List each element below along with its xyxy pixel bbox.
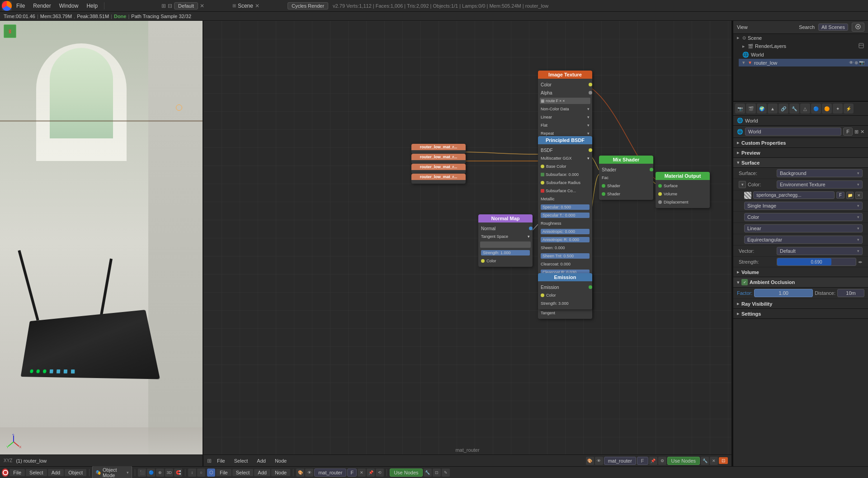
ne-extra-btn[interactable]: ✎ (442, 469, 450, 477)
cursor-icon[interactable]: ⊕ (854, 60, 858, 65)
menu-file[interactable]: File (13, 2, 28, 10)
tree-item-scene[interactable]: ▸ ⊙ Scene (733, 34, 868, 42)
factor-input[interactable]: 1.00 (754, 289, 813, 297)
viewport[interactable]: 🚪 XYZ (1) router_low X Y Z (0, 21, 203, 466)
view-btn[interactable]: View (737, 24, 748, 30)
material-output-node[interactable]: Material Output Surface Volume Displacem… (656, 172, 710, 208)
node-screen-btn[interactable]: ⊡ (719, 457, 728, 464)
strength-expand-btn[interactable]: ◂▸ (858, 260, 863, 264)
ne-render-icon[interactable]: 🎨 (296, 469, 304, 477)
texture-remove-btn[interactable]: ✕ (855, 192, 863, 199)
emission-node[interactable]: Emission Emission Color Strength: 3.000 (538, 273, 592, 309)
section-surface[interactable]: ▾ Surface (733, 158, 868, 168)
use-nodes-btn[interactable]: Use Nodes (667, 457, 700, 465)
prop-object-btn[interactable]: ▲ (768, 104, 778, 114)
object-mode-select[interactable]: 🎭 Object Mode ▾ (92, 466, 132, 478)
bottom-object-btn[interactable]: Object (65, 469, 86, 476)
surface-dropdown[interactable]: Background ▾ (777, 169, 863, 177)
input-node-2[interactable]: router_low_mat_r... (411, 154, 466, 164)
transform-btn[interactable]: ↕ (188, 469, 196, 477)
node-editor[interactable]: router_low_mat_r... router_low_mat_r... … (203, 21, 732, 466)
ne-fullscreen-btn[interactable]: ⊡ (433, 469, 441, 477)
node-render-icon[interactable]: 🎨 (586, 457, 594, 465)
node-bottom-node[interactable]: Node (271, 457, 290, 464)
tree-item-world[interactable]: 🌐 World (739, 51, 868, 59)
search-btn[interactable]: Search (799, 24, 815, 30)
colorspace-dropdown[interactable]: Color ▾ (744, 213, 863, 221)
distance-input[interactable]: 10m (837, 289, 864, 297)
input-node-3[interactable]: router_low_mat_r... (411, 164, 466, 174)
color-dropdown[interactable]: Environment Texture ▾ (777, 180, 863, 189)
node-view-icon[interactable]: 👁 (595, 457, 603, 465)
menu-render[interactable]: Render (29, 2, 54, 10)
world-close-btn[interactable]: ✕ (860, 129, 864, 135)
visibility-icon[interactable]: 👁 (849, 60, 854, 65)
node-bottom-file[interactable]: File (213, 457, 229, 464)
ne-node-btn[interactable]: Node (271, 469, 290, 476)
section-custom-props[interactable]: ▸ Custom Properties (733, 138, 868, 148)
ne-file-btn[interactable]: File (216, 469, 231, 476)
layout-badge[interactable]: Default (174, 2, 198, 9)
prop-data-btn[interactable]: △ (800, 104, 810, 114)
prop-world-btn[interactable]: 🌍 (757, 104, 767, 114)
section-ray-visibility[interactable]: ▸ Ray Visibility (733, 299, 868, 309)
node-settings-icon[interactable]: ⚙ (658, 457, 666, 465)
render-engine[interactable]: Cycles Render (288, 2, 328, 9)
section-ao[interactable]: ▾ ✓ Ambient Occlusion (733, 277, 868, 288)
section-volume[interactable]: ▸ Volume (733, 267, 868, 277)
image-type-dropdown[interactable]: Single Image ▾ (744, 202, 863, 210)
ne-cross-btn[interactable]: ✕ (358, 469, 366, 477)
node-bottom-select[interactable]: Select (231, 457, 252, 464)
menu-help[interactable]: Help (83, 2, 101, 10)
ao-checkbox[interactable]: ✓ (741, 279, 748, 285)
proportional-btn[interactable]: ○ (197, 469, 205, 477)
input-node-4[interactable]: router_low_mat_r... (411, 174, 466, 184)
view-mode-2-btn[interactable]: 🔵 (147, 469, 155, 477)
input-node-1[interactable]: router_low_mat_r... (411, 144, 466, 154)
ne-arrow-btn[interactable]: ⟲ (376, 469, 384, 477)
bottom-file-btn[interactable]: File (9, 469, 25, 476)
section-preview[interactable]: ▸ Preview (733, 148, 868, 158)
mix-shader-node[interactable]: Mix Shader Shader Fac Shader Shader (599, 156, 653, 200)
view-3d-btn[interactable]: 3D (165, 469, 173, 477)
bottom-add-btn[interactable]: Add (48, 469, 64, 476)
render-icon-tree[interactable]: 📷 (859, 60, 864, 65)
prop-scene-btn[interactable]: 🎬 (746, 104, 756, 114)
view-mode-1-btn[interactable]: ⬛ (138, 469, 146, 477)
interpolation-dropdown[interactable]: Linear ▾ (744, 224, 863, 232)
ne-pin-btn[interactable]: 📌 (367, 469, 375, 477)
ne-view-icon[interactable]: 👁 (305, 469, 313, 477)
all-scenes-btn[interactable]: All Scenes (818, 24, 848, 31)
view-snap-btn[interactable]: 🧲 (174, 469, 182, 477)
strength-slider[interactable]: 0.690 (777, 258, 856, 266)
world-f-btn[interactable]: F (843, 128, 853, 136)
f-texture-btn[interactable]: F (836, 192, 844, 199)
node-bottom-add[interactable]: Add (253, 457, 269, 464)
node-extra-icon[interactable]: 🔧 (701, 457, 709, 465)
node-pin-icon[interactable]: 📌 (649, 457, 657, 465)
ne-mat-name[interactable]: mat_router (314, 469, 346, 477)
color-expand-btn[interactable]: ▾ (739, 181, 746, 188)
scene-tree[interactable]: ▸ ⊙ Scene ▸ 🎬 RenderLayers 🌐 World ▾ ▼ r… (733, 34, 868, 102)
prop-material-btn[interactable]: 🔵 (811, 104, 821, 114)
prop-constraint-btn[interactable]: 🔗 (778, 104, 788, 114)
projection-dropdown[interactable]: Equirectangular ▾ (744, 236, 863, 244)
ne-select-btn[interactable]: Select (232, 469, 254, 476)
bottom-select-btn[interactable]: Select (26, 469, 47, 476)
world-expand-btn[interactable]: ⊞ (854, 129, 859, 135)
texture-folder-btn[interactable]: 📁 (846, 192, 854, 199)
prop-texture-btn[interactable]: 🟠 (822, 104, 832, 114)
prop-particle-btn[interactable]: ✦ (833, 104, 843, 114)
tree-item-router[interactable]: ▾ ▼ router_low 👁 ⊕ 📷 (739, 59, 868, 66)
prop-physics-btn[interactable]: ⚡ (844, 104, 854, 114)
normal-map-node[interactable]: Normal Map Normal Tangent Space ▾ Streng… (478, 214, 533, 267)
ne-tool-btn[interactable]: 🔧 (424, 469, 432, 477)
scene-filter-btn[interactable] (852, 23, 864, 32)
vector-dropdown[interactable]: Default ▾ (777, 247, 863, 255)
prop-render-btn[interactable]: 📷 (735, 104, 745, 114)
prop-modifier-btn[interactable]: 🔧 (789, 104, 799, 114)
mat-name-display[interactable]: mat_router (604, 457, 636, 465)
world-name-input[interactable]: World (745, 128, 841, 136)
menu-window[interactable]: Window (56, 2, 82, 10)
view-pivot-btn[interactable]: ⊕ (156, 469, 164, 477)
